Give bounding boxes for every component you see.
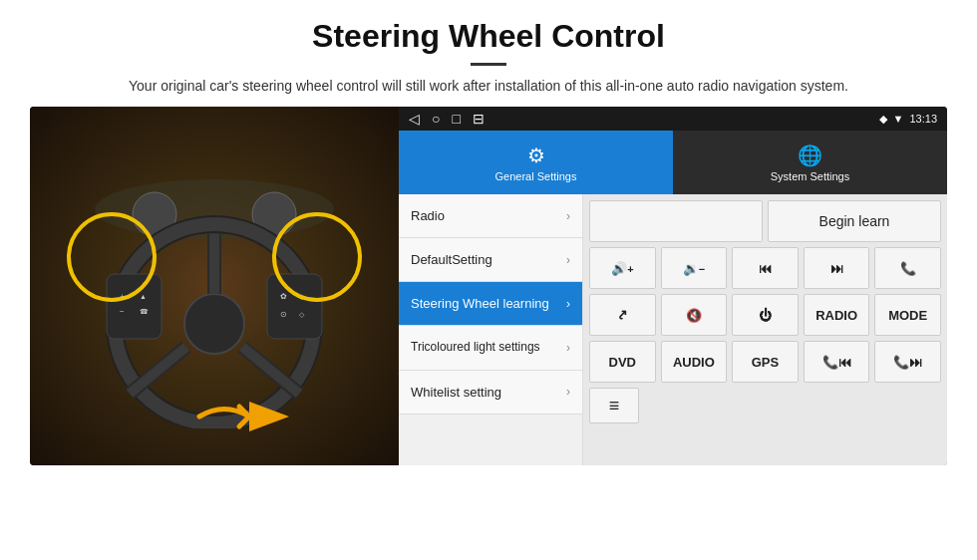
vol-up-button[interactable]: 🔊+ — [589, 247, 656, 289]
svg-text:⊙: ⊙ — [280, 310, 287, 319]
svg-text:☎: ☎ — [140, 308, 149, 315]
svg-point-5 — [184, 294, 244, 354]
mute-icon: 🔇 — [686, 308, 702, 323]
audio-label: AUDIO — [673, 355, 715, 370]
tab-system-settings[interactable]: 🌐 System Settings — [673, 131, 947, 194]
page-header: Steering Wheel Control Your original car… — [0, 0, 977, 107]
radio-label: RADIO — [815, 308, 857, 323]
gps-button[interactable]: GPS — [732, 341, 799, 383]
globe-icon: 🌐 — [798, 143, 822, 167]
menu-tricoloured-label: Tricoloured light settings — [411, 340, 540, 356]
highlight-circle-left — [67, 212, 157, 302]
content-area: + − ▲ ☎ ✿ ◇ ⊙ ◇ — [0, 107, 977, 465]
prev-track-button[interactable]: ⏮ — [732, 247, 799, 289]
menu-default-label: DefaultSetting — [411, 252, 492, 267]
audio-button[interactable]: AUDIO — [661, 341, 728, 383]
power-button[interactable]: ⏻ — [732, 294, 799, 336]
svg-line-11 — [242, 347, 299, 394]
status-bar-nav: ◁ ○ □ ⊟ — [409, 111, 485, 127]
status-bar: ◁ ○ □ ⊟ ◆ ▼ 13:13 — [399, 107, 947, 131]
dvd-button[interactable]: DVD — [589, 341, 656, 383]
prev-track-icon: ⏮ — [759, 261, 772, 276]
mode-label: MODE — [888, 308, 927, 323]
android-screen: ◁ ○ □ ⊟ ◆ ▼ 13:13 ⚙ General Settings 🌐 S… — [399, 107, 947, 465]
tab-system-label: System Settings — [771, 170, 849, 182]
menu-icon-button[interactable]: ≡ — [589, 388, 639, 423]
hang-up-button[interactable]: ↩ — [589, 294, 656, 336]
svg-line-10 — [130, 347, 186, 394]
menu-item-tricoloured[interactable]: Tricoloured light settings › — [399, 326, 582, 371]
bottom-row: ≡ — [589, 388, 941, 423]
menu-whitelist-label: Whitelist setting — [411, 385, 501, 400]
tel-next-button[interactable]: 📞⏭ — [874, 341, 941, 383]
call-icon: 📞 — [900, 261, 916, 276]
steering-bg: + − ▲ ☎ ✿ ◇ ⊙ ◇ — [30, 107, 399, 465]
menu-item-radio[interactable]: Radio › — [399, 194, 582, 238]
begin-learn-row: Begin learn — [589, 200, 941, 242]
chevron-icon: › — [566, 297, 570, 311]
mode-button[interactable]: MODE — [874, 294, 941, 336]
next-track-icon: ⏭ — [830, 261, 843, 276]
radio-button[interactable]: RADIO — [804, 294, 870, 336]
svg-marker-22 — [249, 402, 289, 431]
tab-general-label: General Settings — [495, 170, 577, 182]
vol-up-icon: 🔊+ — [611, 261, 633, 276]
home-nav[interactable]: ○ — [432, 111, 440, 127]
highlight-circle-right — [272, 212, 362, 302]
menu-item-whitelist[interactable]: Whitelist setting › — [399, 371, 582, 415]
vol-down-button[interactable]: 🔉− — [661, 247, 728, 289]
page-subtitle: Your original car's steering wheel contr… — [40, 76, 937, 97]
button-row-3: DVD AUDIO GPS 📞⏮ 📞⏭ — [589, 341, 941, 383]
right-panel: Begin learn 🔊+ 🔉− ⏮ ⏭ — [583, 194, 947, 465]
tab-general-settings[interactable]: ⚙ General Settings — [399, 131, 673, 194]
menu-item-steering[interactable]: Steering Wheel learning › — [399, 282, 582, 326]
signal-icon: ▼ — [893, 113, 904, 125]
menu-radio-label: Radio — [411, 208, 445, 223]
tel-prev-icon: 📞⏮ — [822, 355, 851, 370]
left-menu: Radio › DefaultSetting › Steering Wheel … — [399, 194, 583, 465]
chevron-icon: › — [566, 341, 570, 355]
svg-text:▲: ▲ — [140, 293, 147, 300]
dvd-label: DVD — [609, 355, 636, 370]
chevron-icon: › — [566, 253, 570, 267]
title-divider — [471, 63, 506, 66]
power-icon: ⏻ — [759, 308, 772, 323]
clock: 13:13 — [909, 113, 937, 125]
call-button[interactable]: 📞 — [874, 247, 941, 289]
svg-text:−: − — [120, 307, 125, 316]
back-nav[interactable]: ◁ — [409, 111, 420, 127]
chevron-icon: › — [566, 385, 570, 399]
begin-learn-button[interactable]: Begin learn — [768, 200, 941, 242]
svg-text:✿: ✿ — [280, 292, 287, 301]
tel-prev-button[interactable]: 📞⏮ — [804, 341, 870, 383]
hang-up-icon: ↩ — [613, 306, 631, 324]
button-row-2: ↩ 🔇 ⏻ RADIO MODE — [589, 294, 941, 336]
gps-label: GPS — [752, 355, 779, 370]
gear-icon: ⚙ — [527, 143, 545, 167]
main-content: Radio › DefaultSetting › Steering Wheel … — [399, 194, 947, 465]
tab-bar: ⚙ General Settings 🌐 System Settings — [399, 131, 947, 194]
empty-cell — [589, 200, 763, 242]
chevron-icon: › — [566, 209, 570, 223]
menu-item-default[interactable]: DefaultSetting › — [399, 238, 582, 282]
next-track-button[interactable]: ⏭ — [804, 247, 870, 289]
button-row-1: 🔊+ 🔉− ⏮ ⏭ 📞 — [589, 247, 941, 289]
location-icon: ◆ — [879, 113, 887, 126]
tel-next-icon: 📞⏭ — [893, 355, 922, 370]
menu-steering-label: Steering Wheel learning — [411, 296, 549, 311]
recent-nav[interactable]: □ — [452, 111, 460, 127]
menu-nav[interactable]: ⊟ — [473, 111, 485, 127]
vol-down-icon: 🔉− — [683, 261, 705, 276]
car-image: + − ▲ ☎ ✿ ◇ ⊙ ◇ — [30, 107, 399, 465]
page-title: Steering Wheel Control — [40, 18, 937, 55]
status-bar-info: ◆ ▼ 13:13 — [879, 113, 937, 126]
mute-button[interactable]: 🔇 — [661, 294, 728, 336]
menu-icon: ≡ — [609, 396, 620, 417]
arrow — [194, 392, 294, 445]
